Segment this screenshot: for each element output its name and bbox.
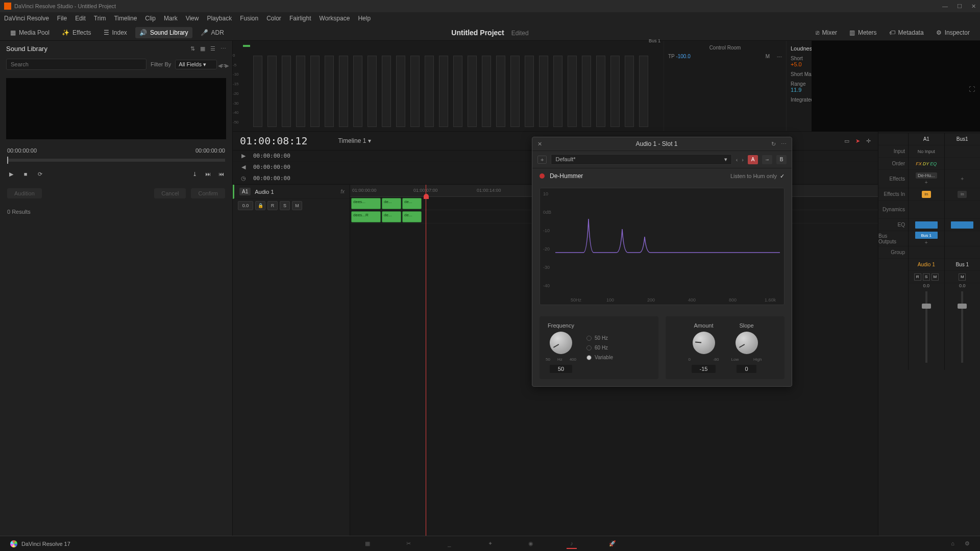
next-icon[interactable]: ▶ [225, 63, 229, 68]
listen-checkbox[interactable]: ✓ [780, 173, 785, 180]
sound-library-button[interactable]: 🔊Sound Library [135, 27, 192, 38]
record-button[interactable]: R [267, 201, 278, 210]
frequency-value[interactable]: 50 [550, 365, 572, 373]
effects-button[interactable]: ✨Effects [58, 27, 95, 38]
lock-icon[interactable]: 🔒 [255, 201, 265, 210]
fairlight-page-icon[interactable]: ♪ [567, 539, 577, 549]
m-button[interactable]: M [932, 273, 939, 281]
slope-knob[interactable] [736, 332, 758, 354]
confirm-button[interactable]: Confirm [191, 188, 225, 198]
home-icon[interactable]: ⌂ [951, 540, 954, 547]
effect-slot[interactable]: De-Hu... [916, 172, 937, 179]
audio-clip[interactable]: dees...R [351, 211, 381, 222]
s-button[interactable]: S [923, 273, 930, 281]
play-icon[interactable]: ▶ [240, 153, 247, 159]
menu-item[interactable]: Fusion [240, 15, 258, 22]
expand-icon[interactable]: ⛶ [969, 86, 975, 93]
bypass-icon[interactable] [540, 173, 545, 179]
audio-clip[interactable]: dees... [351, 198, 381, 209]
cut-page-icon[interactable]: ✂ [403, 539, 413, 549]
solo-button[interactable]: S [280, 201, 290, 210]
frequency-knob[interactable] [550, 332, 572, 354]
more-icon[interactable]: ⋯ [781, 141, 787, 147]
index-button[interactable]: ☰Index [100, 27, 131, 38]
minimize-icon[interactable]: — [942, 3, 948, 10]
eq-slot[interactable] [909, 219, 944, 231]
slope-value[interactable]: 0 [737, 365, 756, 373]
maximize-icon[interactable]: ☐ [957, 3, 962, 10]
preset-select[interactable]: Default*▾ [551, 154, 731, 165]
playhead[interactable] [426, 185, 426, 536]
scrub-bar[interactable] [7, 159, 225, 162]
menu-item[interactable]: Timeline [114, 15, 137, 22]
download-icon[interactable]: ⤓ [190, 170, 199, 178]
close-icon[interactable]: ✕ [537, 141, 542, 147]
add-effect-icon[interactable]: + [961, 176, 964, 182]
clock-icon[interactable]: ◷ [240, 175, 247, 182]
group-slot[interactable] [945, 246, 981, 259]
dynamics-slot[interactable] [945, 201, 981, 219]
r-button[interactable]: R [914, 273, 921, 281]
scrub-marker[interactable] [7, 157, 8, 164]
menu-item[interactable]: Playback [207, 15, 232, 22]
play-icon[interactable]: ▶ [7, 170, 15, 178]
effects-in-button[interactable]: In [922, 191, 931, 198]
order-row[interactable]: FX DY EQ [909, 158, 944, 170]
prev-clip-icon[interactable]: ⏮ [217, 170, 225, 178]
menu-item[interactable]: Workspace [320, 15, 350, 22]
search-input[interactable] [6, 59, 146, 70]
freq-50-radio[interactable]: 50 Hz [586, 335, 613, 341]
menu-item[interactable]: DaVinci Resolve [4, 15, 49, 22]
rev-icon[interactable]: ◀ [240, 164, 247, 170]
freq-variable-radio[interactable]: Variable [586, 355, 613, 360]
fader[interactable] [961, 291, 963, 363]
sort-icon[interactable]: ⇅ [190, 45, 195, 52]
crosshair-icon[interactable]: ✛ [866, 138, 871, 144]
order-row[interactable] [945, 158, 981, 170]
stop-icon[interactable]: ■ [21, 170, 30, 178]
loop-icon[interactable]: ⟳ [36, 170, 44, 178]
menu-item[interactable]: Mark [164, 15, 178, 22]
metadata-button[interactable]: 🏷Metadata [885, 27, 928, 38]
deliver-page-icon[interactable]: 🚀 [607, 539, 618, 549]
amount-value[interactable]: -15 [692, 365, 716, 373]
volume-value[interactable]: 0.0 [238, 201, 253, 210]
color-page-icon[interactable]: ◉ [526, 539, 536, 549]
menu-item[interactable]: Edit [75, 15, 86, 22]
menu-item[interactable]: View [186, 15, 199, 22]
inspector-button[interactable]: ⚙Inspector [932, 27, 974, 38]
adr-button[interactable]: 🎤ADR [197, 27, 228, 38]
meters-button[interactable]: ▥Meters [845, 27, 881, 38]
playhead-marker[interactable] [424, 194, 429, 199]
input-select[interactable] [945, 145, 981, 158]
fader[interactable] [925, 291, 927, 363]
timeline-name[interactable]: Timeline 1 ▾ [338, 137, 371, 144]
dynamics-slot[interactable] [909, 201, 944, 219]
more-icon[interactable]: ⋯ [220, 45, 226, 52]
media-pool-button[interactable]: ▦Media Pool [6, 27, 54, 38]
menu-item[interactable]: Trim [94, 15, 106, 22]
prev-icon[interactable]: ◀ [218, 63, 222, 68]
menu-item[interactable]: Help [358, 15, 371, 22]
add-bus-icon[interactable]: + [925, 240, 928, 245]
audio-clip[interactable]: de... [402, 198, 422, 209]
amount-knob[interactable] [693, 332, 715, 354]
audio-clip[interactable]: de... [382, 198, 401, 209]
add-icon[interactable]: + [537, 156, 547, 164]
effects-in-button[interactable]: In [958, 191, 967, 198]
fx-icon[interactable]: fx [340, 189, 345, 194]
menu-item[interactable]: Fairlight [289, 15, 311, 22]
menu-item[interactable]: Clip [145, 15, 156, 22]
menu-item[interactable]: File [57, 15, 67, 22]
settings-icon[interactable]: ⚙ [965, 540, 970, 547]
edit-page-icon[interactable]: ⎯ [444, 539, 454, 549]
mixer-button[interactable]: ⎚Mixer [812, 27, 841, 38]
cancel-button[interactable]: Cancel [154, 188, 186, 198]
track-header[interactable]: A1 Audio 1 fx [233, 185, 350, 199]
prev-preset-icon[interactable]: ‹ [736, 157, 738, 163]
list-view-icon[interactable]: ☰ [210, 45, 215, 52]
audio-clip[interactable]: de... [382, 211, 401, 222]
audition-button[interactable]: Audition [7, 188, 42, 198]
compare-b-button[interactable]: B [776, 155, 787, 164]
bus-output[interactable]: Bus 1 [915, 232, 938, 239]
